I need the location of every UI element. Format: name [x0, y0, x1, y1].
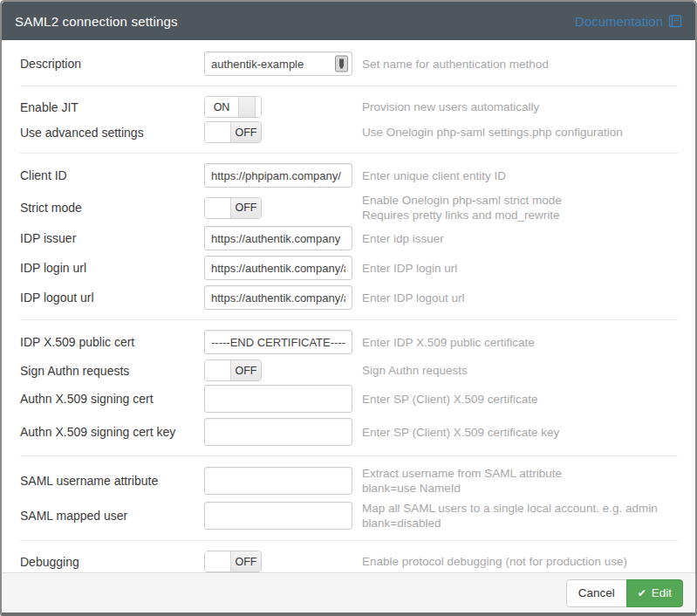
dialog-header: SAML2 connection settings Documentation — [2, 2, 695, 40]
cancel-button[interactable]: Cancel — [566, 579, 627, 607]
section-divider — [20, 86, 678, 86]
field-hint-description: Set name for authentication method — [362, 57, 549, 72]
idp-issuer-input[interactable] — [204, 226, 352, 250]
hint-line: Sign Authn requests — [362, 363, 468, 378]
section-divider — [20, 153, 678, 154]
field-hint-idp-issuer: Enter idp issuer — [362, 231, 444, 246]
field-label-enable-jit: Enable JIT — [20, 100, 204, 114]
field-label-description: Description — [20, 57, 204, 71]
hint-line: Requires pretty links and mod_rewrite — [362, 208, 562, 222]
field-label-authn-x-509-signing-cert-key: Authn X.509 signing cert key — [20, 425, 204, 439]
toggle-state-label: OFF — [230, 360, 261, 380]
form-row-saml-mapped-user: SAML mapped userMap all SAML users to a … — [20, 501, 678, 530]
description-input[interactable] — [204, 51, 352, 76]
field-hint-idp-logout-url: Enter IDP logout url — [362, 291, 465, 305]
idp-logout-url-input[interactable] — [204, 285, 352, 310]
field-label-debugging: Debugging — [20, 555, 204, 569]
field-label-idp-login-url: IDP login url — [20, 261, 204, 275]
form-row-client-id: Client IDEnter unique client entity ID — [20, 163, 678, 188]
hint-line: Map all SAML users to a single local acc… — [362, 501, 658, 516]
toggle-state-label: OFF — [230, 551, 261, 572]
saml-username-attribute-input[interactable] — [204, 467, 352, 495]
form-row-enable-jit: Enable JITONProvision new users automati… — [20, 96, 678, 118]
check-icon: ✔ — [638, 587, 646, 599]
form-row-description: DescriptionSet name for authentication m… — [20, 51, 678, 76]
field-label-idp-logout-url: IDP logout url — [20, 291, 204, 305]
hint-line: Provision new users automatically — [362, 99, 539, 114]
form-row-saml-username-attribute: SAML username attributeExtract username … — [20, 466, 678, 496]
extension-glyph — [339, 59, 344, 67]
field-label-client-id: Client ID — [20, 168, 204, 182]
field-hint-idp-x-509-public-cert: Enter IDP X.509 public certificate — [362, 335, 535, 350]
debugging-toggle[interactable]: OFF — [204, 551, 262, 572]
documentation-link[interactable]: Documentation — [575, 14, 682, 29]
hint-line: Use Onelogin php-saml settings.php confi… — [362, 125, 623, 140]
hint-line: blank=disabled — [362, 516, 658, 530]
field-label-authn-x-509-signing-cert: Authn X.509 signing cert — [20, 392, 204, 406]
client-id-input[interactable] — [204, 163, 352, 188]
idp-login-url-input[interactable] — [204, 256, 352, 280]
authn-x-509-signing-cert-input[interactable] — [204, 385, 352, 413]
hint-line: Enter IDP logout url — [362, 291, 465, 305]
form-row-authn-x-509-signing-cert: Authn X.509 signing certEnter SP (Client… — [20, 385, 678, 413]
hint-line: Enter SP (Client) X.509 certificate — [362, 392, 538, 407]
field-hint-authn-x-509-signing-cert-key: Enter SP (Client) X.509 certificate key — [362, 425, 559, 440]
hint-line: Enter unique client entity ID — [362, 168, 506, 183]
form-row-idp-x-509-public-cert: IDP X.509 public certEnter IDP X.509 pub… — [20, 330, 678, 354]
saml-mapped-user-input[interactable] — [204, 502, 352, 530]
form-row-debugging: DebuggingOFFEnable protocol debugging (n… — [20, 551, 678, 572]
field-hint-enable-jit: Provision new users automatically — [362, 99, 539, 114]
strict-mode-toggle[interactable]: OFF — [204, 197, 262, 219]
form-row-idp-issuer: IDP issuerEnter idp issuer — [20, 226, 678, 250]
hint-line: Enable protocol debugging (not for produ… — [362, 554, 627, 569]
toggle-handle[interactable] — [205, 551, 230, 572]
settings-form: DescriptionSet name for authentication m… — [2, 40, 695, 572]
toggle-track — [256, 97, 261, 117]
form-row-use-advanced-settings: Use advanced settingsOFFUse Onelogin php… — [20, 121, 678, 143]
toggle-handle[interactable] — [205, 198, 230, 218]
field-label-sign-authn-requests: Sign Authn requests — [20, 364, 204, 378]
field-hint-debugging: Enable protocol debugging (not for produ… — [362, 554, 627, 569]
enable-jit-toggle[interactable]: ON — [204, 96, 262, 118]
hint-line: Set name for authentication method — [362, 57, 549, 72]
toggle-state-label: ON — [205, 97, 238, 117]
hint-line: Enter IDP login url — [362, 261, 457, 276]
toggle-state-label: OFF — [230, 198, 261, 218]
sign-authn-requests-toggle[interactable]: OFF — [204, 359, 262, 381]
hint-line: Enter SP (Client) X.509 certificate key — [362, 425, 559, 440]
hint-line: Enter IDP X.509 public certificate — [362, 335, 535, 350]
toggle-handle[interactable] — [205, 122, 230, 142]
hint-line: Enable Onelogin php-saml strict mode — [362, 193, 562, 208]
form-row-authn-x-509-signing-cert-key: Authn X.509 signing cert keyEnter SP (Cl… — [20, 418, 678, 446]
edit-button[interactable]: ✔Edit — [626, 579, 683, 607]
idp-x-509-public-cert-input[interactable] — [204, 330, 352, 354]
dialog-footer: Cancel ✔Edit — [2, 572, 695, 613]
toggle-handle[interactable] — [238, 97, 256, 117]
dialog-title: SAML2 connection settings — [15, 14, 178, 29]
field-hint-saml-mapped-user: Map all SAML users to a single local acc… — [362, 501, 658, 530]
edit-button-label: Edit — [652, 586, 672, 599]
field-label-saml-username-attribute: SAML username attribute — [20, 474, 204, 488]
use-advanced-settings-toggle[interactable]: OFF — [204, 121, 262, 143]
authn-x-509-signing-cert-key-input[interactable] — [204, 418, 352, 446]
field-hint-strict-mode: Enable Onelogin php-saml strict modeRequ… — [362, 193, 562, 222]
saml2-settings-dialog: SAML2 connection settings Documentation … — [0, 0, 697, 616]
section-divider — [20, 319, 678, 320]
hint-line: Extract username from SAML attribute — [362, 466, 562, 481]
field-label-strict-mode: Strict mode — [20, 201, 204, 215]
book-icon — [668, 15, 682, 28]
documentation-link-label: Documentation — [575, 14, 663, 29]
section-divider — [20, 455, 678, 456]
field-hint-use-advanced-settings: Use Onelogin php-saml settings.php confi… — [362, 125, 623, 140]
form-row-idp-login-url: IDP login urlEnter IDP login url — [20, 256, 678, 280]
toggle-handle[interactable] — [205, 360, 230, 380]
field-hint-sign-authn-requests: Sign Authn requests — [362, 363, 468, 378]
extension-icon[interactable] — [335, 56, 348, 72]
field-label-idp-x-509-public-cert: IDP X.509 public cert — [20, 335, 204, 349]
field-hint-authn-x-509-signing-cert: Enter SP (Client) X.509 certificate — [362, 392, 538, 407]
field-label-use-advanced-settings: Use advanced settings — [20, 126, 204, 140]
hint-line: Enter idp issuer — [362, 231, 444, 246]
section-divider — [20, 540, 678, 541]
field-hint-client-id: Enter unique client entity ID — [362, 168, 506, 183]
field-label-idp-issuer: IDP issuer — [20, 231, 204, 245]
